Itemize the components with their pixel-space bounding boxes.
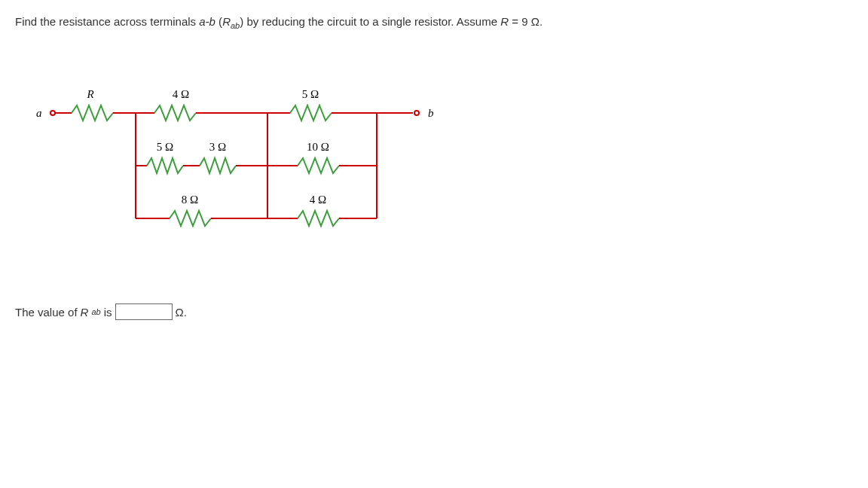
res-8-label: 8 Ω xyxy=(182,194,198,206)
q-rab: R xyxy=(222,15,231,28)
ans-rab: R xyxy=(81,306,89,319)
res-4-top-label: 4 Ω xyxy=(173,88,189,100)
q-rvar: R xyxy=(500,15,509,28)
res-5-left-label: 5 Ω xyxy=(157,141,173,153)
q-pre: Find the resistance across terminals xyxy=(15,15,199,28)
q-mid: by reducing the circuit to a single resi… xyxy=(243,15,500,28)
res-10-label: 10 Ω xyxy=(307,141,329,153)
res-5-top-label: 5 Ω xyxy=(302,88,319,100)
q-unit: Ω. xyxy=(528,15,543,28)
q-eq: = xyxy=(509,15,521,28)
q-ab: a-b xyxy=(199,15,215,28)
res-4b-label: 4 Ω xyxy=(310,194,326,206)
res-R-label: R xyxy=(86,88,93,100)
circuit-diagram: a R 4 Ω 5 Ω b 5 Ω xyxy=(30,60,853,266)
q-paren-open: ( xyxy=(215,15,222,28)
res-3-label: 3 Ω xyxy=(209,141,226,153)
terminal-b-label: b xyxy=(428,107,434,119)
terminal-a-label: a xyxy=(36,107,42,119)
ans-unit: Ω. xyxy=(176,306,187,319)
ans-pre: The value of xyxy=(15,306,78,319)
svg-point-14 xyxy=(414,111,419,115)
ans-rab-sub: ab xyxy=(91,307,100,316)
q-rab-sub: ab xyxy=(231,21,240,30)
svg-point-0 xyxy=(50,111,55,115)
question-text: Find the resistance across terminals a-b… xyxy=(15,15,853,30)
q-rval: 9 xyxy=(521,15,527,28)
ans-mid: is xyxy=(104,306,112,319)
answer-input[interactable] xyxy=(115,303,173,320)
answer-line: The value of Rab is Ω. xyxy=(15,303,853,320)
